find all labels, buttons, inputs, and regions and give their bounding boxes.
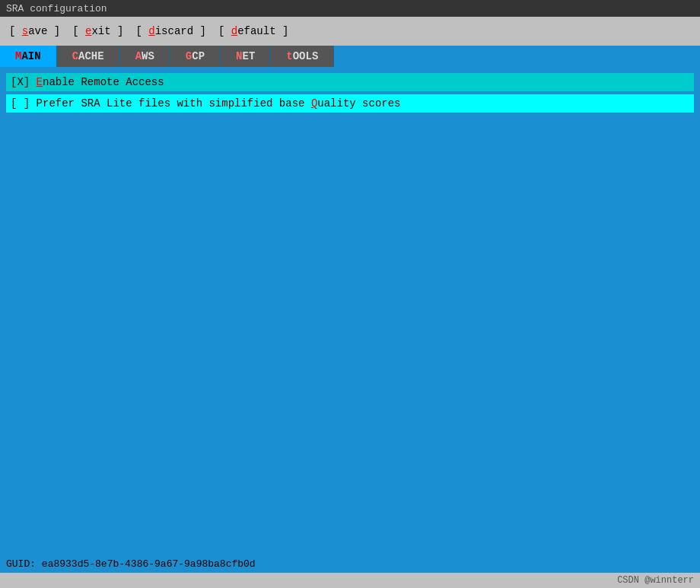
tab-gcp[interactable]: GCP bbox=[170, 46, 221, 67]
toolbar: [ save ] [ exit ] [ discard ] [ default … bbox=[0, 17, 700, 46]
option-enable-remote-access[interactable]: [X] Enable Remote Access bbox=[6, 73, 694, 91]
watermark: CSDN @winnterr bbox=[617, 575, 694, 586]
tab-net[interactable]: NET bbox=[221, 46, 271, 67]
option-prefer-sra-lite[interactable]: [ ] Prefer SRA Lite files with simplifie… bbox=[6, 94, 694, 113]
bottom-bar: CSDN @winnterr bbox=[0, 573, 700, 588]
exit-button[interactable]: [ exit ] bbox=[69, 24, 126, 39]
tab-aws[interactable]: AWS bbox=[120, 46, 170, 67]
tab-cache[interactable]: CACHE bbox=[57, 46, 120, 67]
tab-bar: MAIN CACHE AWS GCP NET tOOLS bbox=[0, 46, 700, 67]
guid-label: GUID: bbox=[6, 558, 36, 570]
guid-value: ea8933d5-8e7b-4386-9a67-9a98ba8cfb0d bbox=[36, 558, 256, 570]
default-button[interactable]: [ default ] bbox=[215, 24, 291, 39]
tab-main[interactable]: MAIN bbox=[0, 46, 57, 67]
status-bar: GUID: ea8933d5-8e7b-4386-9a67-9a98ba8cfb… bbox=[0, 555, 700, 573]
tab-tools[interactable]: tOOLS bbox=[271, 46, 334, 67]
title-bar: SRA configuration bbox=[0, 0, 700, 17]
main-content: [X] Enable Remote Access [ ] Prefer SRA … bbox=[0, 67, 700, 555]
save-button[interactable]: [ save ] bbox=[6, 24, 63, 39]
title-text: SRA configuration bbox=[6, 3, 107, 14]
discard-button[interactable]: [ discard ] bbox=[132, 24, 208, 39]
